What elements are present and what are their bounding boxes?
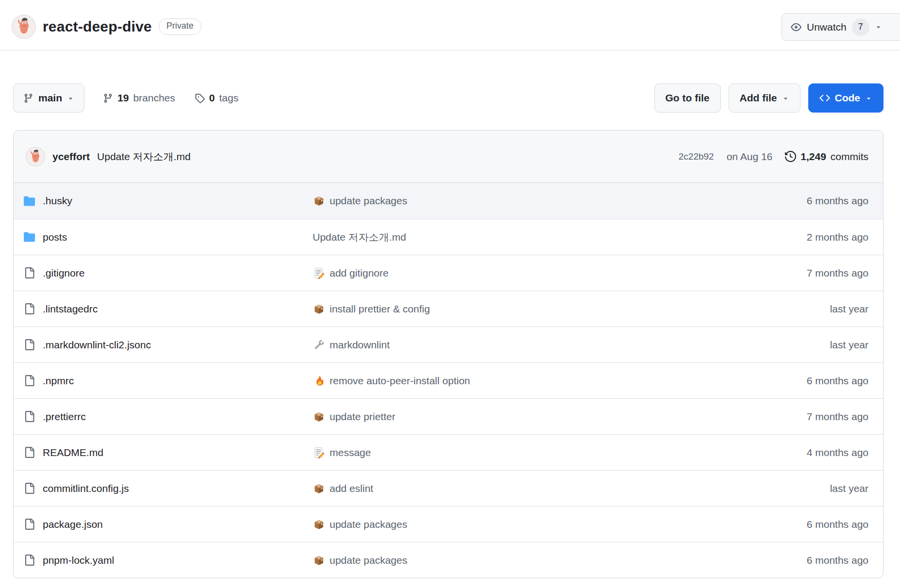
commit-age-cell: last year (728, 303, 883, 315)
commit-age-link[interactable]: 2 months ago (807, 231, 868, 243)
branches-link[interactable]: 19 branches (103, 92, 175, 104)
add-file-label: Add file (740, 92, 777, 104)
commits-count: 1,249 (800, 151, 826, 163)
commit-age-link[interactable]: 6 months ago (807, 195, 868, 206)
commit-message-link[interactable]: add gitignore (330, 267, 388, 279)
file-name-link[interactable]: package.json (43, 519, 103, 530)
commit-message-link[interactable]: Update 저자소개.md (313, 230, 406, 244)
table-row: .husky update packages 6 months ago (14, 183, 883, 219)
file-icon (24, 375, 35, 386)
file-tree-box: yceffort Update 저자소개.md 2c22b92 on Aug 1… (13, 130, 883, 578)
chevron-down-icon (875, 23, 882, 31)
file-name-link[interactable]: posts (43, 231, 67, 243)
commit-message-cell: install prettier & config (313, 303, 728, 315)
unwatch-button[interactable]: Unwatch 7 (782, 13, 900, 41)
file-name-link[interactable]: README.md (43, 447, 103, 458)
watch-count-badge: 7 (852, 18, 869, 36)
table-row: README.md message 4 months ago (14, 434, 883, 470)
file-name-link[interactable]: .prettierrc (43, 411, 86, 423)
file-name-cell: .markdownlint-cli2.jsonc (14, 339, 313, 351)
commits-label: commits (831, 151, 868, 163)
commit-message-cell: Update 저자소개.md (313, 230, 728, 244)
file-name-cell: .lintstagedrc (14, 303, 313, 315)
file-icon (24, 303, 35, 314)
commit-sha-link[interactable]: 2c22b92 (679, 151, 714, 162)
toolbar-actions: Go to file Add file Code (654, 83, 884, 113)
repo-toolbar: main 19 branches 0 tags Go to file Add f… (13, 83, 883, 113)
repo-title: react-deep-dive (43, 18, 152, 35)
commit-message-link[interactable]: Update 저자소개.md (97, 150, 191, 163)
commit-message-link[interactable]: remove auto-peer-install option (330, 375, 470, 387)
file-name-link[interactable]: .lintstagedrc (43, 303, 98, 315)
tags-link[interactable]: 0 tags (195, 92, 238, 104)
commit-author-link[interactable]: yceffort (52, 151, 90, 163)
commit-message-link[interactable]: update packages (330, 195, 407, 207)
commit-message-link[interactable]: add eslint (330, 483, 373, 494)
file-name-cell: .prettierrc (14, 411, 313, 423)
commit-message-cell: update packages (313, 554, 728, 567)
file-icon (24, 267, 35, 278)
package-emoji-icon (313, 554, 325, 567)
repo-stats: 19 branches 0 tags (103, 92, 238, 104)
file-name-link[interactable]: .markdownlint-cli2.jsonc (43, 339, 151, 351)
commits-history-link[interactable]: 1,249 commits (785, 151, 868, 163)
eye-icon (791, 22, 801, 33)
file-name-link[interactable]: commitlint.config.js (43, 483, 129, 494)
file-icon (24, 411, 35, 422)
commit-message-link[interactable]: update prietter (330, 411, 395, 423)
file-name-cell: .npmrc (14, 375, 313, 387)
commit-age-link[interactable]: 6 months ago (807, 375, 868, 386)
file-icon (24, 447, 35, 458)
repo-owner-avatar (12, 15, 36, 39)
current-branch-label: main (38, 92, 62, 104)
file-name-link[interactable]: .husky (43, 195, 72, 207)
code-button[interactable]: Code (808, 83, 884, 113)
file-name-cell: README.md (14, 447, 313, 458)
commit-age-link[interactable]: last year (830, 483, 868, 494)
commit-message-cell: update prietter (313, 410, 728, 423)
tags-count: 0 (209, 92, 215, 104)
commit-age-link[interactable]: last year (830, 339, 868, 350)
commit-message-link[interactable]: message (330, 447, 371, 458)
commit-message-cell: add eslint (313, 482, 728, 495)
table-row: posts Update 저자소개.md 2 months ago (14, 219, 883, 255)
latest-commit-bar: yceffort Update 저자소개.md 2c22b92 on Aug 1… (14, 131, 883, 183)
file-icon (24, 339, 35, 350)
wrench-emoji-icon (313, 339, 325, 351)
file-name-cell: commitlint.config.js (14, 483, 313, 494)
git-branch-icon (103, 93, 113, 103)
file-name-link[interactable]: .gitignore (43, 267, 84, 279)
commit-age-link[interactable]: 6 months ago (807, 555, 868, 566)
commit-message-link[interactable]: update packages (330, 555, 407, 566)
commit-age-link[interactable]: 6 months ago (807, 519, 868, 530)
branch-selector-button[interactable]: main (13, 83, 84, 113)
code-icon (819, 93, 830, 103)
file-icon (24, 483, 35, 494)
commit-message-link[interactable]: update packages (330, 519, 407, 530)
table-row: .prettierrc update prietter 7 months ago (14, 398, 883, 434)
commit-message-cell: remove auto-peer-install option (313, 375, 728, 387)
commit-message-link[interactable]: install prettier & config (330, 303, 430, 315)
file-name-cell: package.json (14, 519, 313, 530)
add-file-button[interactable]: Add file (729, 83, 800, 113)
folder-icon (24, 196, 35, 207)
go-to-file-button[interactable]: Go to file (654, 83, 721, 113)
commit-age-link[interactable]: 7 months ago (807, 411, 868, 422)
package-emoji-icon (313, 195, 325, 207)
package-emoji-icon (313, 518, 325, 531)
commit-age-link[interactable]: 4 months ago (807, 447, 868, 458)
latest-commit-summary: yceffort Update 저자소개.md (26, 147, 191, 166)
commit-message-cell: update packages (313, 518, 728, 531)
commit-message-link[interactable]: markdownlint (330, 339, 390, 351)
package-emoji-icon (313, 303, 325, 315)
commit-message-cell: add gitignore (313, 267, 728, 279)
commit-age-link[interactable]: last year (830, 303, 868, 314)
table-row: .gitignore add gitignore 7 months ago (14, 255, 883, 291)
commit-age-link[interactable]: 7 months ago (807, 267, 868, 278)
file-name-link[interactable]: pnpm-lock.yaml (43, 555, 114, 566)
commit-age-cell: 2 months ago (728, 231, 883, 243)
file-name-link[interactable]: .npmrc (43, 375, 74, 387)
commit-age-cell: 6 months ago (728, 555, 883, 566)
file-icon (24, 519, 35, 530)
commit-author-avatar[interactable] (26, 147, 45, 166)
